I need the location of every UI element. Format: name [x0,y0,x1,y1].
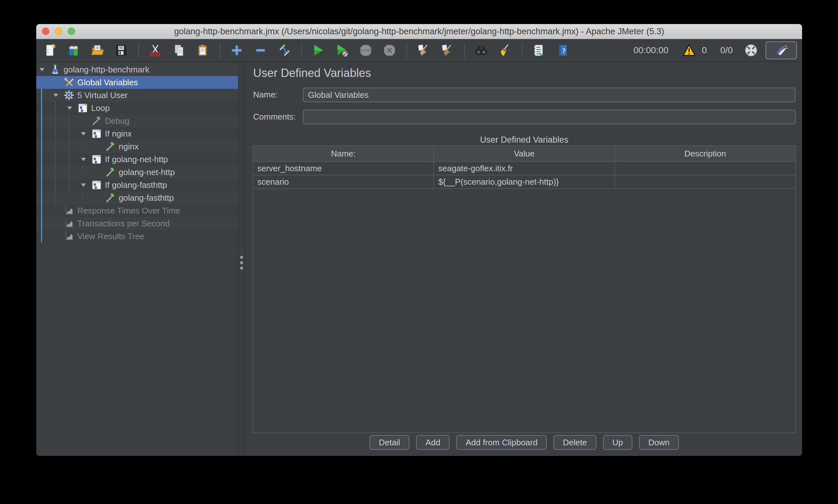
tree-item-if-nginx[interactable]: If nginx [36,127,238,140]
controller-icon [91,154,102,165]
tree-guide-line [55,102,55,204]
expand-triangle-icon[interactable] [80,130,87,137]
sampler-disabled-icon [91,115,102,126]
svg-text:?: ? [562,47,565,54]
splitter-handle[interactable] [238,62,245,456]
tree-item-label: golang-http-benchmark [64,63,149,76]
templates-button[interactable] [66,43,81,58]
expand-triangle-icon[interactable] [80,181,87,188]
tree-item-golang-http-benchmark[interactable]: golang-http-benchmark [36,63,238,76]
tree-item-label: Debug [105,114,129,127]
stop-button[interactable]: STOP [359,43,373,58]
up-button[interactable]: Up [603,435,632,450]
main-panel: User Defined Variables Name: Comments: U… [245,62,802,456]
detail-button[interactable]: Detail [370,435,409,450]
shutdown-button[interactable] [382,43,397,58]
table-header-value[interactable]: Value [434,146,615,161]
save-icon [114,43,128,57]
clear-button[interactable] [416,43,431,58]
tree-item-label: golang-fasthttp [119,192,174,204]
table-header-description[interactable]: Description [615,146,795,161]
help-icon: ? [556,43,570,57]
add-button[interactable] [229,43,244,58]
expand-triangle-icon[interactable] [66,105,73,112]
search-button[interactable] [474,43,489,58]
plugins-manager-button[interactable] [744,43,758,58]
save-button[interactable] [114,43,129,58]
table-cell[interactable]: ${__P(scenario,golang-net-http)} [434,175,615,188]
tree-item-view-results-tree[interactable]: View Results Tree [36,230,238,243]
tree-item-label: 5 Virtual User [77,89,128,102]
copy-icon [172,43,186,57]
variables-table: Name: Value Description server_hostnames… [252,145,796,433]
tree-item-label: golang-net-http [119,166,175,179]
elapsed-time: 00:00:00 [633,45,668,55]
titlebar: golang-http-benchmark.jmx (/Users/nicola… [36,24,802,39]
table-cell[interactable] [615,162,795,175]
paste-button[interactable] [195,43,210,58]
delete-button[interactable]: Delete [554,435,596,450]
search-icon [474,43,488,57]
test-plan-icon [50,64,60,75]
sampler-icon [105,167,116,178]
thread-group-icon [64,90,74,101]
add-from-clipboard-button[interactable]: Add from Clipboard [456,435,547,450]
tree-item-loop[interactable]: Loop [36,102,238,114]
svg-text:STOP: STOP [361,49,370,53]
remove-icon [254,43,267,57]
warning-indicator[interactable]: 0 [682,43,707,57]
table-row: scenario${__P(scenario,golang-net-http)} [253,175,795,189]
down-button[interactable]: Down [639,435,679,450]
search-reset-button[interactable] [497,43,512,58]
tree-item-response-times-over-time[interactable]: Response Times Over Time [36,204,238,217]
add-button[interactable]: Add [416,435,450,450]
test-plan-tree: golang-http-benchmarkGlobal Variables5 V… [36,62,238,456]
tree-item-debug[interactable]: Debug [36,114,238,127]
sampler-icon [105,192,116,203]
remove-button[interactable] [253,43,268,58]
open-file-button[interactable] [90,43,105,58]
tree-item-5-virtual-user[interactable]: 5 Virtual User [36,89,238,102]
logo-button[interactable] [766,41,797,59]
tree-guide-line [83,166,83,172]
table-cell[interactable] [615,175,795,188]
table-cell[interactable]: seagate-goflex.itix.fr [434,162,615,175]
stop-icon: STOP [359,43,373,57]
copy-button[interactable] [172,43,187,58]
toggle-button[interactable] [277,43,292,58]
expand-triangle-icon[interactable] [80,156,87,163]
start-no-timers-button[interactable] [335,43,349,58]
name-input[interactable] [303,88,796,102]
table-header-name[interactable]: Name: [253,146,434,161]
tree-item-if-golang-net-http[interactable]: If golang-net-http [36,153,238,166]
cut-icon [148,43,162,57]
help-button[interactable]: ? [555,43,570,58]
close-button[interactable] [42,28,49,35]
new-file-button[interactable] [43,43,57,58]
minimize-button[interactable] [55,28,62,35]
content-area: golang-http-benchmarkGlobal Variables5 V… [36,62,802,456]
table-cell[interactable]: server_hostname [253,162,434,175]
start-button[interactable] [311,43,326,58]
tree-item-golang-fasthttp[interactable]: golang-fasthttp [36,192,238,204]
start-no-timers-icon [335,43,349,57]
tree-item-label: Transactions per Second [77,217,170,230]
controller-icon [77,103,88,113]
clear-all-button[interactable] [440,43,455,58]
comments-input[interactable] [303,110,796,124]
tree-item-if-golang-fasthttp[interactable]: If golang-fasthttp [36,179,238,192]
tree-item-transactions-per-second[interactable]: Transactions per Second [36,217,238,230]
tree-item-label: View Results Tree [77,230,144,243]
expand-triangle-icon[interactable] [52,92,59,99]
expand-triangle-icon[interactable] [38,66,46,73]
tree-item-global-variables[interactable]: Global Variables [36,76,238,89]
page-title: User Defined Variables [253,66,371,80]
zoom-button[interactable] [68,28,75,35]
controller-icon [91,128,102,139]
clear-icon [416,43,431,57]
table-cell[interactable]: scenario [253,175,434,188]
function-helper-button[interactable] [531,43,546,58]
tree-item-golang-net-http[interactable]: golang-net-http [36,166,238,179]
tree-item-nginx[interactable]: nginx [36,140,238,153]
cut-button[interactable] [148,43,163,58]
